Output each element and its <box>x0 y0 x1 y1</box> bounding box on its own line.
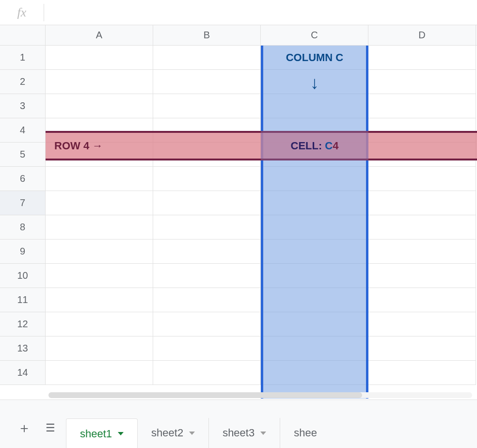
col-header-b[interactable]: B <box>153 25 261 45</box>
row-header-6[interactable]: 6 <box>0 167 46 191</box>
row-8: 8 <box>0 215 477 240</box>
cell-a6[interactable] <box>46 167 153 191</box>
col-header-a[interactable]: A <box>46 25 153 45</box>
cell-c12[interactable] <box>261 312 368 336</box>
cell-c9[interactable] <box>261 240 368 264</box>
col-header-c[interactable]: C <box>261 25 368 45</box>
cell-d8[interactable] <box>368 215 476 240</box>
cell-c11[interactable] <box>261 288 368 312</box>
cell-a11[interactable] <box>46 288 153 312</box>
cell-c3[interactable] <box>261 94 368 118</box>
cell-b12[interactable] <box>153 312 261 336</box>
sheet-bar: ＋ ☰ sheet1 sheet2 sheet3 shee <box>0 400 477 448</box>
cell-c6[interactable] <box>261 167 368 191</box>
cell-c1[interactable] <box>261 46 368 70</box>
sheet-tab-3[interactable]: sheet3 <box>209 418 280 448</box>
cell-a7[interactable] <box>46 191 153 215</box>
sheet-tab-partial[interactable]: shee <box>280 418 317 448</box>
cell-d14[interactable] <box>368 361 476 385</box>
cell-d3[interactable] <box>368 94 476 118</box>
add-sheet-icon[interactable]: ＋ <box>17 419 31 437</box>
scrollbar-track <box>48 392 472 398</box>
cell-d10[interactable] <box>368 264 476 288</box>
row-6: 6 <box>0 167 477 191</box>
cell-d9[interactable] <box>368 240 476 264</box>
cell-a2[interactable] <box>46 70 153 94</box>
cell-d4[interactable] <box>368 118 476 143</box>
cell-a12[interactable] <box>46 312 153 336</box>
cell-c10[interactable] <box>261 264 368 288</box>
col-header-d[interactable]: D <box>368 25 476 45</box>
cell-a14[interactable] <box>46 361 153 385</box>
cell-d5[interactable] <box>368 143 476 167</box>
chevron-down-icon[interactable] <box>118 432 124 435</box>
cell-a9[interactable] <box>46 240 153 264</box>
cell-b7[interactable] <box>153 191 261 215</box>
cell-a3[interactable] <box>46 94 153 118</box>
row-4: 4 <box>0 118 477 143</box>
row-header-7[interactable]: 7 <box>0 191 46 215</box>
horizontal-scrollbar[interactable] <box>48 392 472 399</box>
select-all-corner[interactable] <box>0 25 46 45</box>
row-header-2[interactable]: 2 <box>0 70 46 94</box>
cell-b2[interactable] <box>153 70 261 94</box>
chevron-down-icon[interactable] <box>189 432 195 435</box>
cell-c8[interactable] <box>261 215 368 240</box>
cell-c14[interactable] <box>261 361 368 385</box>
row-header-9[interactable]: 9 <box>0 240 46 264</box>
cell-b4[interactable] <box>153 118 261 143</box>
all-sheets-icon[interactable]: ☰ <box>46 422 54 434</box>
row-header-10[interactable]: 10 <box>0 264 46 288</box>
formula-bar: fx <box>0 0 477 25</box>
row-header-11[interactable]: 11 <box>0 288 46 312</box>
cell-b6[interactable] <box>153 167 261 191</box>
cell-c13[interactable] <box>261 336 368 361</box>
row-header-12[interactable]: 12 <box>0 312 46 336</box>
cell-a8[interactable] <box>46 215 153 240</box>
sheet-actions: ＋ ☰ <box>0 419 66 448</box>
cell-b5[interactable] <box>153 143 261 167</box>
cell-c7[interactable] <box>261 191 368 215</box>
cell-b13[interactable] <box>153 336 261 361</box>
row-9: 9 <box>0 240 477 264</box>
scrollbar-thumb[interactable] <box>48 392 362 398</box>
cell-d12[interactable] <box>368 312 476 336</box>
row-header-13[interactable]: 13 <box>0 336 46 361</box>
cell-d2[interactable] <box>368 70 476 94</box>
cell-b14[interactable] <box>153 361 261 385</box>
cell-b1[interactable] <box>153 46 261 70</box>
cell-a1[interactable] <box>46 46 153 70</box>
cell-d6[interactable] <box>368 167 476 191</box>
cell-c4[interactable] <box>261 118 368 143</box>
cell-a5[interactable] <box>46 143 153 167</box>
row-header-5[interactable]: 5 <box>0 143 46 167</box>
row-header-8[interactable]: 8 <box>0 215 46 240</box>
cell-b10[interactable] <box>153 264 261 288</box>
cell-b11[interactable] <box>153 288 261 312</box>
row-5: 5 <box>0 143 477 167</box>
cell-a10[interactable] <box>46 264 153 288</box>
cell-d11[interactable] <box>368 288 476 312</box>
cell-c5[interactable] <box>261 143 368 167</box>
chevron-down-icon[interactable] <box>260 432 266 435</box>
row-header-3[interactable]: 3 <box>0 94 46 118</box>
row-header-14[interactable]: 14 <box>0 361 46 385</box>
cell-c2[interactable] <box>261 70 368 94</box>
sheet-tab-1-label: sheet1 <box>80 428 112 440</box>
cell-d7[interactable] <box>368 191 476 215</box>
cell-b3[interactable] <box>153 94 261 118</box>
row-3: 3 <box>0 94 477 118</box>
cell-b8[interactable] <box>153 215 261 240</box>
cell-a13[interactable] <box>46 336 153 361</box>
row-1: 1 <box>0 46 477 70</box>
cell-a4[interactable] <box>46 118 153 143</box>
sheet-tab-1[interactable]: sheet1 <box>66 418 138 448</box>
formula-input[interactable] <box>44 0 477 25</box>
cell-d1[interactable] <box>368 46 476 70</box>
row-12: 12 <box>0 312 477 336</box>
row-header-1[interactable]: 1 <box>0 46 46 70</box>
sheet-tab-2[interactable]: sheet2 <box>138 418 209 448</box>
row-header-4[interactable]: 4 <box>0 118 46 143</box>
cell-d13[interactable] <box>368 336 476 361</box>
cell-b9[interactable] <box>153 240 261 264</box>
